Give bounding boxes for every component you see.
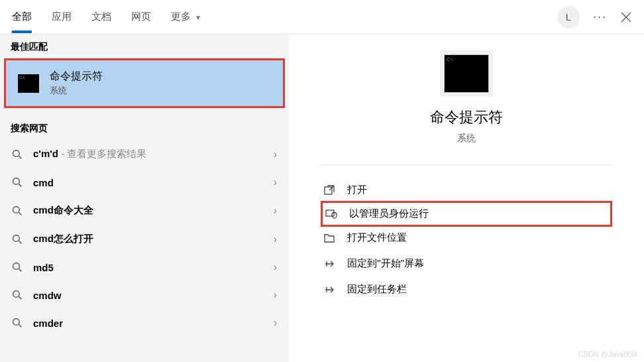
header: 全部 应用 文档 网页 更多▼ L ···: [0, 0, 644, 34]
chevron-right-icon: ›: [274, 205, 277, 217]
action-admin[interactable]: 以管理员身份运行: [321, 201, 612, 227]
preview-subtitle: 系统: [457, 133, 476, 145]
svg-point-14: [13, 319, 20, 326]
search-item-label: cmd命令大全: [33, 204, 274, 217]
search-item[interactable]: c'm'd - 查看更多搜索结果›: [0, 140, 289, 168]
search-item[interactable]: cmd怎么打开›: [0, 225, 289, 253]
best-match-item[interactable]: 命令提示符 系统: [4, 58, 285, 108]
search-icon: [12, 262, 23, 272]
open-icon: [323, 184, 335, 196]
search-item[interactable]: cmd›: [0, 168, 289, 196]
search-icon: [12, 206, 23, 216]
content: 最佳匹配 命令提示符 系统 搜索网页 c'm'd - 查看更多搜索结果›cmd›…: [0, 34, 644, 362]
chevron-right-icon: ›: [274, 289, 277, 301]
chevron-down-icon: ▼: [195, 14, 201, 21]
action-label: 固定到"开始"屏幕: [347, 257, 424, 270]
folder-icon: [323, 232, 335, 244]
svg-line-7: [19, 212, 21, 215]
best-match-text: 命令提示符 系统: [50, 70, 103, 97]
admin-icon: [325, 208, 337, 220]
close-button[interactable]: [620, 11, 632, 23]
chevron-right-icon: ›: [274, 261, 277, 273]
svg-point-4: [13, 178, 20, 185]
tab-all[interactable]: 全部: [12, 1, 32, 32]
svg-point-8: [13, 235, 20, 241]
svg-line-3: [19, 156, 21, 158]
search-icon: [12, 290, 23, 300]
action-label: 打开: [347, 184, 367, 196]
search-item[interactable]: md5›: [0, 253, 289, 281]
search-icon: [12, 149, 23, 160]
search-item-hint: - 查看更多搜索结果: [58, 148, 146, 159]
search-item-label: md5: [33, 262, 274, 273]
search-icon: [12, 234, 23, 245]
search-list: c'm'd - 查看更多搜索结果›cmd›cmd命令大全›cmd怎么打开›md5…: [0, 140, 289, 337]
svg-line-9: [19, 241, 21, 243]
preview-app-icon: [444, 54, 489, 93]
tab-more[interactable]: 更多▼: [171, 1, 201, 32]
pin-icon: [323, 258, 335, 270]
action-label: 以管理员身份运行: [349, 208, 429, 220]
chevron-right-icon: ›: [274, 233, 277, 245]
best-match-title: 命令提示符: [50, 70, 103, 84]
avatar[interactable]: L: [557, 6, 580, 29]
svg-line-11: [19, 269, 21, 271]
tabs: 全部 应用 文档 网页 更多▼: [12, 1, 557, 32]
search-item-label: c'm'd - 查看更多搜索结果: [33, 148, 274, 160]
search-item-label: cmd: [33, 177, 274, 188]
svg-point-12: [13, 291, 20, 298]
best-match-header: 最佳匹配: [0, 34, 289, 58]
svg-point-2: [13, 150, 20, 156]
search-item[interactable]: cmd命令大全›: [0, 196, 289, 225]
svg-point-6: [13, 206, 20, 213]
tab-apps[interactable]: 应用: [52, 1, 72, 32]
search-item-label: cmd怎么打开: [33, 233, 274, 245]
chevron-right-icon: ›: [274, 149, 277, 160]
tab-docs[interactable]: 文档: [91, 1, 111, 32]
search-item[interactable]: cmder›: [0, 309, 289, 337]
action-pin[interactable]: 固定到"开始"屏幕: [321, 251, 612, 276]
header-controls: L ···: [557, 6, 632, 29]
watermark: CSDN @Java000l: [578, 350, 637, 358]
cmd-icon: [18, 74, 39, 93]
search-icon: [12, 318, 23, 328]
action-label: 打开文件位置: [347, 231, 407, 244]
svg-point-10: [13, 263, 20, 270]
chevron-right-icon: ›: [274, 176, 277, 188]
pin-icon: [323, 284, 335, 296]
best-match-subtitle: 系统: [50, 85, 103, 97]
preview-title: 命令提示符: [430, 107, 503, 127]
close-icon: [620, 11, 632, 23]
divider: [321, 164, 612, 165]
search-item-label: cmdw: [33, 290, 274, 301]
actions-list: 打开以管理员身份运行打开文件位置固定到"开始"屏幕固定到任务栏: [321, 177, 612, 302]
action-folder[interactable]: 打开文件位置: [321, 225, 612, 251]
search-icon: [12, 177, 23, 188]
svg-rect-16: [325, 187, 332, 194]
svg-line-5: [19, 184, 21, 186]
action-pin[interactable]: 固定到任务栏: [321, 276, 612, 302]
action-open[interactable]: 打开: [321, 177, 612, 203]
tab-web[interactable]: 网页: [131, 1, 151, 32]
svg-line-15: [19, 324, 21, 327]
search-web-header: 搜索网页: [0, 116, 289, 140]
preview-panel: 命令提示符 系统 打开以管理员身份运行打开文件位置固定到"开始"屏幕固定到任务栏: [289, 34, 644, 362]
search-item[interactable]: cmdw›: [0, 281, 289, 309]
action-label: 固定到任务栏: [347, 283, 407, 296]
chevron-right-icon: ›: [274, 317, 277, 329]
more-options-button[interactable]: ···: [593, 10, 607, 24]
svg-line-13: [19, 296, 21, 299]
results-panel: 最佳匹配 命令提示符 系统 搜索网页 c'm'd - 查看更多搜索结果›cmd›…: [0, 34, 289, 362]
search-item-label: cmder: [33, 318, 274, 329]
